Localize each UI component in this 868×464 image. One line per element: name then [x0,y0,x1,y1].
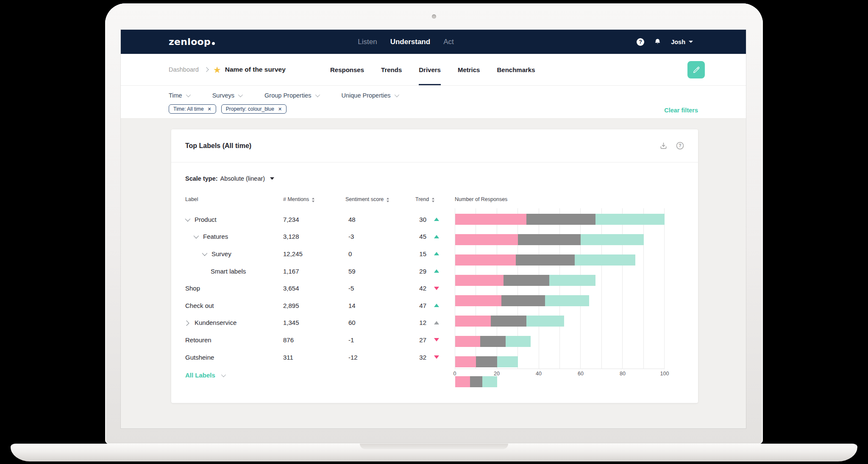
webcam-icon [432,14,436,19]
row-sentiment-features: -3 [345,228,415,246]
row-label-features[interactable]: Features [185,228,283,246]
bar-shop [455,295,665,313]
breadcrumb[interactable]: Dashboard [169,66,199,73]
grey-segment [501,295,545,306]
sort-icon[interactable] [387,198,389,202]
row-mentions-features: 3,128 [283,228,345,246]
tab-responses[interactable]: Responses [330,54,364,85]
filter-dropdown-surveys[interactable]: Surveys [212,92,242,99]
page-content: Top Labels (All time) ? Scale type: Abso… [121,119,746,428]
help-circle-icon[interactable]: ? [676,142,684,150]
row-sentiment-retouren: -1 [345,331,415,349]
row-label-retouren: Retouren [185,331,283,349]
page-title: Name of the survey [225,66,286,73]
grey-segment [526,214,595,225]
chevron-down-icon[interactable] [202,251,208,256]
teal-segment [506,336,531,347]
nav-item-listen[interactable]: Listen [358,38,377,46]
bar-check-out [455,316,665,333]
edit-survey-button[interactable] [687,61,705,78]
star-icon[interactable]: ★ [213,65,221,74]
notifications-bell-icon[interactable] [654,38,661,45]
tab-metrics[interactable]: Metrics [458,54,480,85]
chevron-down-icon [315,92,320,97]
labels-table: Label# MentionsSentiment scoreTrendNumbe… [185,196,684,366]
x-axis-tick: 60 [578,371,584,377]
nav-item-act[interactable]: Act [443,38,454,46]
row-sentiment-gutsheine: -12 [345,349,415,366]
row-label-kundenservice[interactable]: Kundenservice [185,314,283,332]
row-sentiment-product: 48 [345,211,415,228]
svg-text:?: ? [679,143,681,148]
card-actions: ? [659,141,684,150]
close-icon[interactable]: ✕ [208,106,211,112]
column-header--mentions[interactable]: # Mentions [283,196,345,211]
row-label-survey[interactable]: Survey [185,245,283,263]
tab-trends[interactable]: Trends [381,54,402,85]
row-mentions-check-out: 2,895 [283,297,345,314]
download-icon[interactable] [659,141,668,150]
x-axis-tick: 80 [620,371,626,377]
scale-type-dropdown[interactable]: Scale type: Absolute (linear) [185,175,684,182]
trend-down-icon [434,355,439,359]
help-icon[interactable]: ? [637,38,644,46]
pink-segment [455,234,518,245]
sort-icon[interactable] [432,198,434,202]
grey-segment [504,275,550,286]
clear-filters-button[interactable]: Clear filters [664,107,698,114]
teal-segment [497,356,518,367]
chevron-down-icon[interactable] [185,216,191,222]
x-axis: 020406080100 [455,371,665,379]
grey-segment [476,356,497,367]
row-label-gutsheine: Gutsheine [185,349,283,366]
row-label-product[interactable]: Product [185,211,283,228]
trend-up-icon [434,269,439,273]
filter-dropdown-group-properties[interactable]: Group Properties [264,92,318,99]
trend-up-icon [434,304,439,307]
logo-dot-icon [212,42,215,45]
nav-item-understand[interactable]: Understand [390,38,430,46]
chevron-right-icon[interactable] [184,321,189,326]
all-labels-link[interactable]: All Labels [185,372,215,379]
close-icon[interactable]: ✕ [278,106,282,112]
user-menu[interactable]: Josh [671,39,693,45]
bar-features [455,234,665,252]
row-mentions-smart-labels: 1,167 [283,263,345,280]
trend-up-icon [434,321,439,324]
pink-segment [455,336,480,347]
trend-down-icon [434,338,439,341]
tab-benchmarks[interactable]: Benchmarks [497,54,535,85]
filter-chip-property-colour-blue[interactable]: Property: colour_blue✕ [221,104,287,114]
bar-survey [455,254,665,272]
topbar-right: ? Josh [637,38,693,46]
scale-type-value: Absolute (linear) [220,175,265,182]
row-trend-smart-labels: 29 [415,263,455,280]
tab-drivers[interactable]: Drivers [419,54,441,85]
app-window: zenloop ListenUnderstandAct ? Josh Dashb… [121,30,746,428]
teal-segment [581,234,643,245]
filter-dropdown-time[interactable]: Time [169,92,189,99]
filter-dropdown-unique-properties[interactable]: Unique Properties [342,92,398,99]
column-header-sentiment-score[interactable]: Sentiment score [345,196,415,211]
row-mentions-retouren: 876 [283,331,345,349]
chevron-down-icon[interactable] [194,233,199,239]
zenloop-logo[interactable]: zenloop [169,36,215,47]
x-axis-tick: 40 [536,371,542,377]
column-header-trend[interactable]: Trend [415,196,455,211]
row-trend-product: 30 [415,211,455,228]
row-label-smart-labels: Smart labels [185,263,283,280]
trend-up-icon [434,218,439,221]
row-sentiment-kundenservice: 60 [345,314,415,332]
row-label-shop: Shop [185,280,283,297]
primary-nav: ListenUnderstandAct [358,38,453,46]
card-title: Top Labels (All time) [185,142,251,150]
x-axis-tick: 100 [660,371,669,377]
label-text: Features [203,233,228,240]
row-sentiment-check-out: 14 [345,297,415,314]
laptop-bezel: zenloop ListenUnderstandAct ? Josh Dashb… [105,3,763,444]
sort-icon[interactable] [312,198,314,202]
filter-chip-label: Time: All time [173,106,204,112]
filter-chip-time-all-time[interactable]: Time: All time✕ [169,104,216,114]
chevron-down-icon[interactable] [221,372,226,377]
pink-segment [455,254,516,266]
